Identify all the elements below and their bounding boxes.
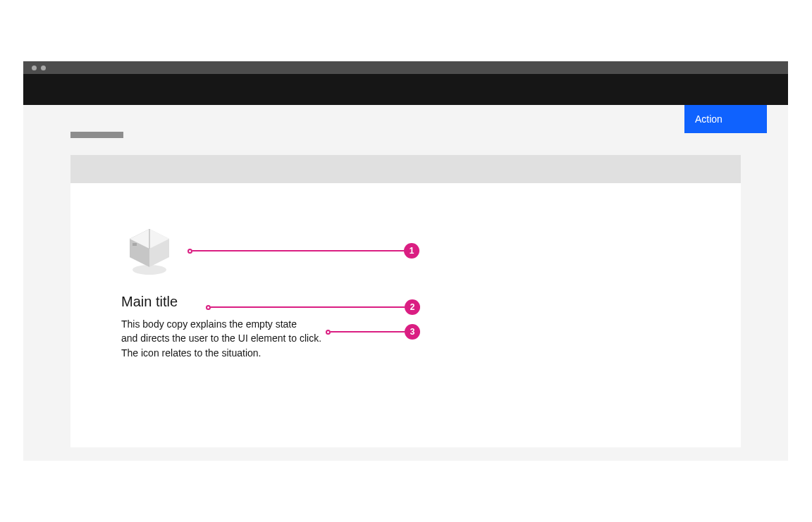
action-button[interactable]: Action	[684, 105, 767, 133]
main-panel: Main title This body copy explains the e…	[70, 183, 741, 447]
empty-state-body: This body copy explains the empty state …	[121, 317, 474, 360]
body-line: This body copy explains the empty state	[121, 317, 474, 331]
empty-state-icon-wrap	[121, 222, 474, 281]
content-area: Action	[23, 105, 788, 447]
svg-rect-5	[133, 243, 137, 246]
toolbar-bar	[70, 155, 741, 183]
empty-state: Main title This body copy explains the e…	[121, 222, 474, 360]
box-icon	[121, 222, 178, 278]
body-line: and directs the user to the UI element t…	[121, 331, 474, 345]
body-line: The icon relates to the situation.	[121, 346, 474, 360]
window-header	[23, 74, 788, 105]
window-frame: Action	[23, 61, 788, 461]
page-title-placeholder	[70, 132, 123, 138]
window-control-dot	[32, 66, 37, 70]
window-chrome	[23, 61, 788, 74]
empty-state-title: Main title	[121, 294, 474, 310]
window-control-dot	[41, 66, 46, 70]
